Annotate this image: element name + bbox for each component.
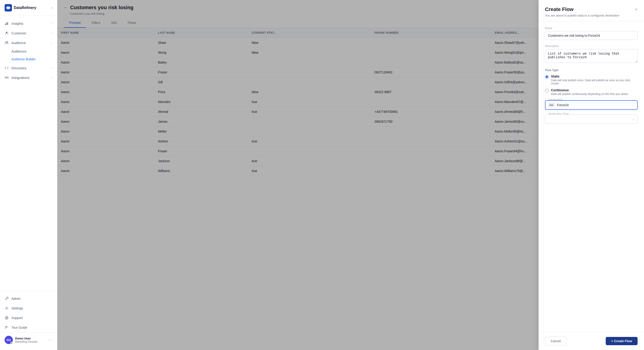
insights-chevron-icon: › <box>52 22 52 25</box>
continuous-desc: Data will publish continuously depending… <box>551 92 629 96</box>
modal-body: Name Description Flow Type Static Data w… <box>538 21 644 332</box>
sidebar-logo-area: DataRefinery ‹ <box>0 0 57 16</box>
modal-close-button[interactable]: × <box>635 7 638 12</box>
svg-rect-4 <box>6 23 7 25</box>
discovery-chevron-icon: › <box>52 66 52 70</box>
group-icon <box>4 41 9 45</box>
svg-point-14 <box>6 317 7 318</box>
avatar: DU <box>4 336 13 344</box>
name-label: Name <box>545 27 638 30</box>
admin-item[interactable]: Admin <box>0 294 57 303</box>
svg-rect-3 <box>5 24 6 25</box>
sidebar-item-customer[interactable]: Customer › <box>0 28 57 38</box>
user-name: Demo User <box>15 337 48 340</box>
sidebar-item-audience[interactable]: Audience ⌄ <box>0 38 57 48</box>
name-input[interactable] <box>545 31 638 40</box>
sidebar-item-discovery-label: Discovery <box>12 66 26 70</box>
sidebar-bottom: Admin Settings Support Tour Guide DU <box>0 291 57 350</box>
tour-guide-label: Tour Guide <box>12 326 27 329</box>
static-option[interactable]: Static Data will only publish once. Data… <box>545 75 638 85</box>
settings-label: Settings <box>12 306 23 310</box>
logo: DataRefinery <box>4 4 36 12</box>
admin-label: Admin <box>12 297 21 300</box>
modal-subtitle: You are about to publish data to a confi… <box>545 14 638 17</box>
sidebar-collapse-button[interactable]: ‹ <box>51 6 52 10</box>
sidebar-item-integrations-label: Integrations <box>12 76 29 80</box>
create-flow-button[interactable]: + Create Flow <box>606 337 638 345</box>
publication-type-group: Publication Type ⌄ <box>545 114 638 124</box>
sidebar-item-discovery[interactable]: Discovery › <box>0 63 57 73</box>
sidebar-item-customer-label: Customer <box>12 31 26 35</box>
flow-type-label: Flow Type <box>545 68 638 72</box>
user-online-dot <box>10 342 13 344</box>
static-desc: Data will only publish once. Data will p… <box>551 79 638 85</box>
flow-type-group: Flow Type Static Data will only publish … <box>545 68 638 96</box>
chart-icon <box>4 21 9 26</box>
sidebar-nav: Insights › Customer › Audience ⌄ <box>0 16 57 291</box>
user-options-button[interactable]: ⋯ <box>48 337 52 342</box>
destination-select[interactable]: F24 Force24 ⌄ <box>545 100 638 110</box>
support-label: Support <box>12 316 23 320</box>
sidebar-subitem-audiences[interactable]: Audiences <box>0 48 57 55</box>
app-logo-icon <box>4 4 12 12</box>
description-textarea[interactable] <box>545 49 638 63</box>
svg-rect-5 <box>7 22 8 25</box>
svg-rect-9 <box>5 77 6 78</box>
user-role: Marketing Director <box>15 340 48 343</box>
integrations-icon <box>4 76 9 80</box>
svg-rect-10 <box>7 77 8 78</box>
code-icon <box>4 66 9 70</box>
flag-icon <box>4 325 9 329</box>
continuous-label: Continuous <box>551 88 629 92</box>
audience-chevron-icon: ⌄ <box>50 41 52 44</box>
customer-chevron-icon: › <box>52 32 52 35</box>
continuous-radio[interactable] <box>545 89 549 92</box>
sidebar-subitem-audience-builder[interactable]: Audience Builder <box>0 55 57 63</box>
name-field-group: Name <box>545 27 638 40</box>
sidebar: DataRefinery ‹ Insights › Customer › <box>0 0 57 350</box>
user-area: DU Demo User Marketing Director ⋯ <box>0 332 57 347</box>
sidebar-item-audience-label: Audience <box>12 41 26 45</box>
force24-icon: F24 <box>548 103 554 107</box>
wrench-icon <box>4 296 9 301</box>
publication-type-select[interactable]: ⌄ <box>545 114 638 124</box>
sidebar-item-integrations[interactable]: Integrations › <box>0 73 57 82</box>
modal-footer: Cancel + Create Flow <box>538 332 644 350</box>
create-flow-modal: Create Flow × You are about to publish d… <box>538 0 644 350</box>
static-label: Static <box>551 75 638 78</box>
sidebar-item-insights[interactable]: Insights › <box>0 19 57 28</box>
tour-guide-item[interactable]: Tour Guide <box>0 323 57 332</box>
destination-group: Destination F24 Force24 ⌄ <box>545 100 638 110</box>
support-item[interactable]: Support <box>0 313 57 323</box>
description-label: Description <box>545 45 638 48</box>
gear-icon <box>4 306 9 310</box>
svg-point-8 <box>7 42 8 43</box>
integrations-chevron-icon: › <box>52 76 52 79</box>
continuous-option[interactable]: Continuous Data will publish continuousl… <box>545 88 638 96</box>
settings-item[interactable]: Settings <box>0 303 57 313</box>
destination-value: Force24 <box>557 103 630 107</box>
svg-point-12 <box>6 308 7 309</box>
person-icon <box>4 31 9 35</box>
static-radio[interactable] <box>545 75 549 79</box>
modal-header: Create Flow × You are about to publish d… <box>538 0 644 21</box>
svg-point-7 <box>6 42 7 43</box>
modal-title: Create Flow <box>545 7 574 13</box>
pub-type-chevron-icon: ⌄ <box>632 117 634 121</box>
support-icon <box>4 316 9 320</box>
description-field-group: Description <box>545 45 638 64</box>
destination-chevron-icon: ⌄ <box>632 103 634 107</box>
app-name: DataRefinery <box>14 6 36 10</box>
sidebar-item-insights-label: Insights <box>12 22 24 26</box>
cancel-button[interactable]: Cancel <box>545 337 566 345</box>
svg-point-6 <box>6 32 7 33</box>
